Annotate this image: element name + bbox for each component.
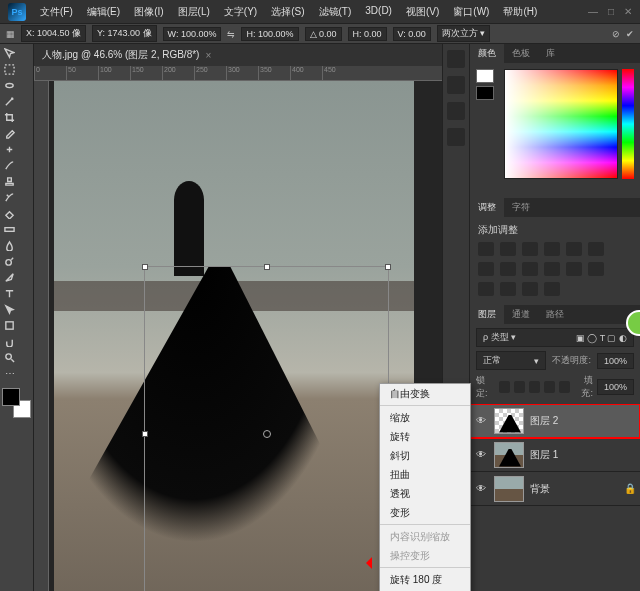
eyedropper-tool[interactable] <box>2 126 17 141</box>
marquee-tool[interactable] <box>2 62 17 77</box>
tab-libraries[interactable]: 库 <box>538 44 563 63</box>
tab-layers[interactable]: 图层 <box>470 305 504 324</box>
wand-tool[interactable] <box>2 94 17 109</box>
lock-pixels-icon[interactable] <box>514 381 525 393</box>
crop-tool[interactable] <box>2 110 17 125</box>
layer-thumbnail[interactable] <box>494 442 524 468</box>
minimize-icon[interactable]: — <box>588 6 598 17</box>
shape-tool[interactable] <box>2 318 17 333</box>
color-bg[interactable] <box>476 86 494 100</box>
layer-name[interactable]: 背景 <box>530 482 550 496</box>
visibility-toggle[interactable]: 👁 <box>474 483 488 494</box>
move-tool[interactable] <box>2 46 17 61</box>
document-close-icon[interactable]: × <box>205 50 211 61</box>
opt-hskew[interactable]: H: 0.00 <box>348 27 387 41</box>
lock-transparent-icon[interactable] <box>499 381 510 393</box>
color-spectrum[interactable] <box>504 69 618 179</box>
opt-y[interactable]: Y: 1743.00 像 <box>92 25 157 42</box>
layer-name[interactable]: 图层 2 <box>530 414 558 428</box>
eraser-tool[interactable] <box>2 206 17 221</box>
adj-photofilter-icon[interactable] <box>500 262 516 276</box>
visibility-toggle[interactable]: 👁 <box>474 415 488 426</box>
opt-angle[interactable]: △ 0.00 <box>305 27 342 41</box>
layer-filter-dropdown[interactable]: ρ 类型 ▾ ▣ ◯ T ▢ ◐ <box>476 328 634 347</box>
visibility-toggle[interactable]: 👁 <box>474 449 488 460</box>
hand-tool[interactable] <box>2 334 17 349</box>
ctx-scale[interactable]: 缩放 <box>380 408 470 427</box>
fill-input[interactable]: 100% <box>597 379 634 395</box>
menu-file[interactable]: 文件(F) <box>36 3 77 21</box>
menu-type[interactable]: 文字(Y) <box>220 3 261 21</box>
gradient-tool[interactable] <box>2 222 17 237</box>
opt-h[interactable]: H: 100.00% <box>241 27 298 41</box>
tab-color[interactable]: 颜色 <box>470 44 504 63</box>
commit-transform-icon[interactable]: ✔ <box>626 29 634 39</box>
ctx-warp[interactable]: 变形 <box>380 503 470 522</box>
zoom-tool[interactable] <box>2 350 17 365</box>
ctx-distort[interactable]: 扭曲 <box>380 465 470 484</box>
menu-layer[interactable]: 图层(L) <box>174 3 214 21</box>
adj-brightness-icon[interactable] <box>478 242 494 256</box>
ctx-free-transform[interactable]: 自由变换 <box>380 384 470 403</box>
adj-exposure-icon[interactable] <box>544 242 560 256</box>
opt-interpolation[interactable]: 两次立方 ▾ <box>437 25 491 42</box>
actions-panel-icon[interactable] <box>447 102 465 120</box>
transform-center[interactable] <box>263 430 271 438</box>
adj-bw-icon[interactable] <box>478 262 494 276</box>
adj-selective-icon[interactable] <box>522 282 538 296</box>
link-icon[interactable]: ⇋ <box>227 29 235 39</box>
adj-colorlookup-icon[interactable] <box>544 262 560 276</box>
handle-top-right[interactable] <box>385 264 391 270</box>
opt-x[interactable]: X: 1004.50 像 <box>21 25 86 42</box>
layer-row[interactable]: 👁 图层 2 <box>470 404 640 438</box>
heal-tool[interactable] <box>2 142 17 157</box>
opt-w[interactable]: W: 100.00% <box>163 27 222 41</box>
tab-adjustments[interactable]: 调整 <box>470 198 504 217</box>
history-panel-icon[interactable] <box>447 50 465 68</box>
transform-bounding-box[interactable] <box>144 266 389 591</box>
type-tool[interactable] <box>2 286 17 301</box>
cancel-transform-icon[interactable]: ⊘ <box>612 29 620 39</box>
layer-thumbnail[interactable] <box>494 476 524 502</box>
handle-mid-left[interactable] <box>142 431 148 437</box>
adj-channelmix-icon[interactable] <box>522 262 538 276</box>
info-panel-icon[interactable] <box>447 128 465 146</box>
adj-more-icon[interactable] <box>544 282 560 296</box>
lock-all-icon[interactable] <box>559 381 570 393</box>
handle-top-left[interactable] <box>142 264 148 270</box>
blur-tool[interactable] <box>2 238 17 253</box>
menu-3d[interactable]: 3D(D) <box>361 3 396 21</box>
opacity-input[interactable]: 100% <box>597 353 634 369</box>
adj-curves-icon[interactable] <box>522 242 538 256</box>
adj-levels-icon[interactable] <box>500 242 516 256</box>
ctx-skew[interactable]: 斜切 <box>380 446 470 465</box>
close-icon[interactable]: ✕ <box>624 6 632 17</box>
menu-window[interactable]: 窗口(W) <box>449 3 493 21</box>
menu-edit[interactable]: 编辑(E) <box>83 3 124 21</box>
blend-mode-dropdown[interactable]: 正常▾ <box>476 351 546 370</box>
menu-help[interactable]: 帮助(H) <box>499 3 541 21</box>
layer-name[interactable]: 图层 1 <box>530 448 558 462</box>
adj-vibrance-icon[interactable] <box>566 242 582 256</box>
brush-tool[interactable] <box>2 158 17 173</box>
color-swatches[interactable] <box>2 388 31 418</box>
lasso-tool[interactable] <box>2 78 17 93</box>
history-brush-tool[interactable] <box>2 190 17 205</box>
tab-channels[interactable]: 通道 <box>504 305 538 324</box>
tab-swatches[interactable]: 色板 <box>504 44 538 63</box>
color-fg[interactable] <box>476 69 494 83</box>
properties-panel-icon[interactable] <box>447 76 465 94</box>
foreground-color[interactable] <box>2 388 20 406</box>
adj-hue-icon[interactable] <box>588 242 604 256</box>
tab-paths[interactable]: 路径 <box>538 305 572 324</box>
menu-view[interactable]: 视图(V) <box>402 3 443 21</box>
dodge-tool[interactable] <box>2 254 17 269</box>
ctx-rotate-180[interactable]: 旋转 180 度 <box>380 570 470 589</box>
path-select-tool[interactable] <box>2 302 17 317</box>
document-tab[interactable]: 人物.jpg @ 46.6% (图层 2, RGB/8*) × <box>34 44 442 66</box>
hue-slider[interactable] <box>622 69 634 179</box>
tab-character[interactable]: 字符 <box>504 198 538 217</box>
handle-top-mid[interactable] <box>264 264 270 270</box>
layer-row[interactable]: 👁 图层 1 <box>470 438 640 472</box>
menu-filter[interactable]: 滤镜(T) <box>315 3 356 21</box>
